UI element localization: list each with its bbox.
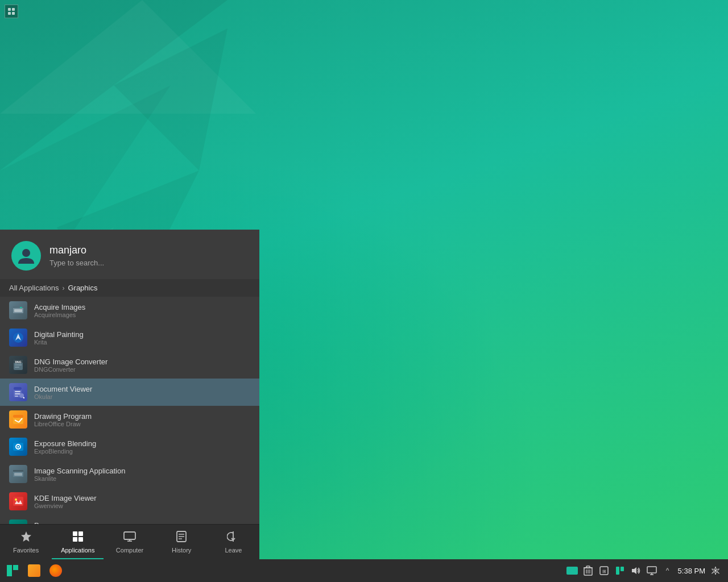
app-item-image-scanning-application[interactable]: Image Scanning ApplicationSkanlite [0, 460, 259, 488]
app-item-kde-image-viewer[interactable]: KDE Image ViewerGwenview [0, 488, 259, 515]
svg-rect-48 [73, 531, 77, 536]
svg-rect-52 [124, 532, 135, 539]
app-text: Exposure BlendingExpoBlending [34, 439, 96, 455]
nav-icon-history [175, 530, 188, 544]
start-menu: manjaro Type to search... All Applicatio… [0, 230, 259, 559]
svg-point-39 [15, 498, 17, 501]
svg-marker-5 [114, 28, 228, 171]
app-name: Digital Painting [34, 330, 84, 339]
svg-rect-25 [15, 396, 18, 397]
app-icon [9, 410, 27, 429]
breadcrumb-arrow-icon: › [62, 284, 64, 292]
breadcrumb-current-category: Graphics [68, 284, 97, 292]
manjaro-tray-icon[interactable] [614, 565, 626, 576]
svg-rect-22 [14, 387, 22, 390]
svg-rect-13 [14, 309, 22, 312]
app-exec: Okular [34, 393, 92, 400]
app-list-container: Acquire ImagesAcquireImagesDigital Paint… [0, 297, 259, 524]
volume-tray-icon[interactable] [630, 565, 642, 576]
svg-point-10 [22, 249, 30, 257]
user-name: manjaro [49, 244, 248, 256]
app-name: Image Scanning Application [34, 467, 125, 475]
svg-text:DNG: DNG [15, 360, 21, 364]
nav-icon-applications [72, 530, 84, 544]
svg-rect-51 [78, 537, 83, 542]
app-icon [9, 383, 27, 401]
taskbar-file-manager[interactable] [24, 560, 44, 581]
app-name: Document Viewer [34, 385, 92, 393]
tray-settings[interactable] [710, 565, 721, 576]
app-text: Digital PaintingKrita [34, 330, 84, 346]
network-tray-icon[interactable] [566, 565, 578, 576]
user-avatar [11, 241, 41, 271]
svg-rect-8 [8, 12, 11, 15]
user-info: manjaro Type to search... [49, 244, 248, 267]
app-name: Drawing Program [34, 412, 92, 421]
taskbar: ⊞ [0, 559, 728, 582]
nav-item-history[interactable]: History [156, 525, 208, 559]
app-text: Acquire ImagesAcquireImages [34, 303, 85, 318]
app-text: PanoramaPanorama [34, 521, 68, 525]
breadcrumb: All Applications › Graphics [0, 279, 259, 297]
app-icon [9, 329, 27, 347]
bottom-nav: FavoritesApplicationsComputerHistoryLeav… [0, 524, 259, 559]
usb-tray-icon[interactable]: ⊞ [598, 565, 610, 576]
nav-label-computer: Computer [116, 547, 143, 554]
nav-label-leave: Leave [225, 547, 242, 554]
nav-icon-leave [227, 530, 239, 544]
app-item-exposure-blending[interactable]: Exposure BlendingExpoBlending [0, 433, 259, 460]
app-item-acquire-images[interactable]: Acquire ImagesAcquireImages [0, 297, 259, 324]
tray-expand-arrow[interactable]: ^ [662, 565, 673, 576]
app-name: Acquire Images [34, 303, 85, 311]
app-item-dng-image-converter[interactable]: DNGDNG Image ConverterDNGConverter [0, 351, 259, 379]
app-exec: DNGConverter [34, 366, 107, 373]
breadcrumb-all-applications[interactable]: All Applications [9, 284, 59, 292]
nav-item-leave[interactable]: Leave [208, 525, 259, 559]
app-text: Drawing ProgramLibreOffice Draw [34, 412, 92, 427]
nav-label-history: History [172, 547, 191, 554]
svg-marker-70 [632, 567, 636, 574]
app-list: Acquire ImagesAcquireImagesDigital Paint… [0, 297, 259, 524]
app-item-digital-painting[interactable]: Digital PaintingKrita [0, 324, 259, 351]
app-item-drawing-program[interactable]: Drawing ProgramLibreOffice Draw [0, 406, 259, 433]
svg-marker-47 [21, 531, 31, 542]
svg-rect-6 [8, 8, 11, 11]
app-name: Panorama [34, 521, 68, 525]
trash-tray-icon[interactable] [582, 565, 594, 576]
desktop: manjaro Type to search... All Applicatio… [0, 0, 728, 582]
app-icon: DNG [9, 356, 27, 374]
nav-icon-favorites [20, 530, 32, 544]
app-item-panorama[interactable]: PanoramaPanorama [0, 515, 259, 524]
app-text: Document ViewerOkular [34, 385, 92, 400]
svg-rect-36 [13, 470, 23, 472]
taskbar-firefox[interactable] [46, 560, 66, 581]
svg-marker-0 [0, 0, 228, 171]
start-menu-button[interactable] [2, 560, 23, 581]
svg-rect-24 [15, 393, 20, 394]
svg-rect-29 [13, 415, 23, 418]
svg-rect-50 [73, 537, 77, 542]
app-icon [9, 301, 27, 319]
svg-rect-68 [616, 567, 619, 575]
nav-item-computer[interactable]: Computer [104, 525, 155, 559]
svg-text:⊞: ⊞ [602, 569, 606, 574]
search-placeholder[interactable]: Type to search... [49, 259, 248, 267]
app-exec: Gwenview [34, 502, 97, 509]
svg-rect-62 [586, 566, 590, 568]
svg-point-75 [714, 569, 717, 572]
taskbar-right: ⊞ [566, 565, 726, 576]
app-exec: Skanlite [34, 475, 125, 482]
app-name: KDE Image Viewer [34, 494, 97, 502]
app-exec: AcquireImages [34, 311, 85, 318]
nav-item-favorites[interactable]: Favorites [0, 525, 52, 559]
app-item-document-viewer[interactable]: Document ViewerOkular [0, 379, 259, 406]
nav-icon-computer [123, 530, 136, 544]
nav-item-applications[interactable]: Applications [52, 525, 104, 559]
topleft-system-icon[interactable] [5, 5, 18, 18]
svg-line-27 [23, 397, 24, 398]
svg-rect-38 [13, 497, 23, 506]
svg-marker-2 [0, 0, 256, 114]
display-tray-icon[interactable] [646, 565, 657, 576]
user-header: manjaro Type to search... [0, 230, 259, 279]
app-icon [9, 519, 27, 524]
